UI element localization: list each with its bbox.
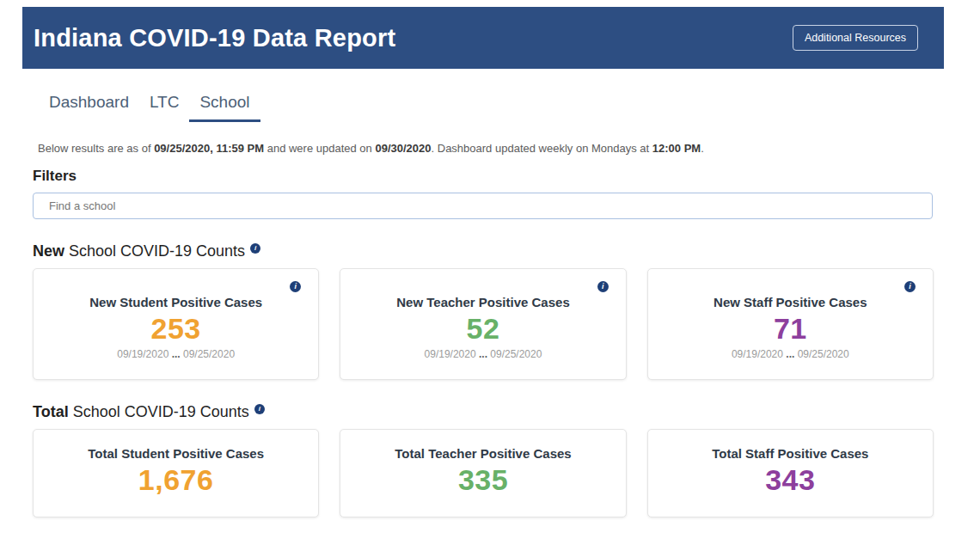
info-icon[interactable]: i [290,281,301,292]
card-value: 52 [340,312,625,346]
card-total-staff-positive-cases: Total Staff Positive Cases 343 [647,429,934,517]
date-start: 09/19/2020 [425,348,479,360]
card-value: 71 [648,312,933,346]
section-title-rest: School COVID-19 Counts [64,242,245,260]
additional-resources-button[interactable]: Additional Resources [793,25,918,51]
new-counts-heading: New School COVID-19 Countsi [33,242,980,260]
card-title: New Staff Positive Cases [648,295,933,309]
card-title: Total Staff Positive Cases [648,446,933,461]
card-value: 1,676 [34,463,318,497]
new-counts-card-row: i New Student Positive Cases 253 09/19/2… [33,268,934,380]
notice-text: Below results are as of [38,142,154,155]
total-counts-card-row: Total Student Positive Cases 1,676 Total… [33,429,934,517]
date-end: 09/25/2020 [487,348,542,360]
date-start: 09/19/2020 [117,348,171,360]
card-date-range: 09/19/2020 ... 09/25/2020 [648,348,933,360]
tab-dashboard[interactable]: Dashboard [39,93,139,122]
notice-update-time: 12:00 PM [652,142,701,155]
card-total-student-positive-cases: Total Student Positive Cases 1,676 [33,429,319,517]
card-title: New Teacher Positive Cases [340,295,625,309]
date-separator: ... [172,348,181,360]
card-value: 253 [34,312,318,346]
app-header: Indiana COVID-19 Data Report Additional … [22,7,944,69]
notice-asof-date: 09/25/2020, 11:59 PM [154,142,264,155]
info-icon[interactable]: i [597,281,609,292]
card-value: 335 [340,463,625,497]
section-title-bold: Total [33,403,69,420]
notice-updated-date: 09/30/2020 [375,142,431,155]
info-icon[interactable]: i [250,243,260,254]
card-date-range: 09/19/2020 ... 09/25/2020 [34,348,318,360]
card-new-teacher-positive-cases: i New Teacher Positive Cases 52 09/19/20… [340,268,626,380]
card-value: 343 [648,463,933,497]
update-notice: Below results are as of 09/25/2020, 11:5… [38,142,980,155]
card-new-student-positive-cases: i New Student Positive Cases 253 09/19/2… [33,268,319,380]
card-title: Total Teacher Positive Cases [340,446,625,461]
notice-text: . Dashboard updated weekly on Mondays at [432,142,652,155]
tab-ltc[interactable]: LTC [139,93,189,122]
notice-text: . [701,142,704,155]
card-total-teacher-positive-cases: Total Teacher Positive Cases 335 [340,429,626,517]
card-title: New Student Positive Cases [34,295,318,309]
date-start: 09/19/2020 [732,348,786,360]
info-icon[interactable]: i [904,281,916,292]
tab-bar: Dashboard LTC School [39,93,980,122]
section-title-rest: School COVID-19 Counts [69,403,249,420]
date-separator: ... [479,348,487,360]
page-title: Indiana COVID-19 Data Report [34,24,395,52]
date-separator: ... [786,348,794,360]
section-title-bold: New [33,242,64,260]
info-icon[interactable]: i [254,404,265,414]
notice-text: and were updated on [264,142,375,155]
date-end: 09/25/2020 [794,348,848,360]
filters-heading: Filters [33,168,980,185]
card-date-range: 09/19/2020 ... 09/25/2020 [340,348,625,360]
school-search-input[interactable] [33,193,933,219]
total-counts-heading: Total School COVID-19 Countsi [33,403,980,421]
date-end: 09/25/2020 [181,348,235,360]
tab-school[interactable]: School [189,93,260,122]
card-new-staff-positive-cases: i New Staff Positive Cases 71 09/19/2020… [647,268,934,380]
card-title: Total Student Positive Cases [34,446,318,461]
